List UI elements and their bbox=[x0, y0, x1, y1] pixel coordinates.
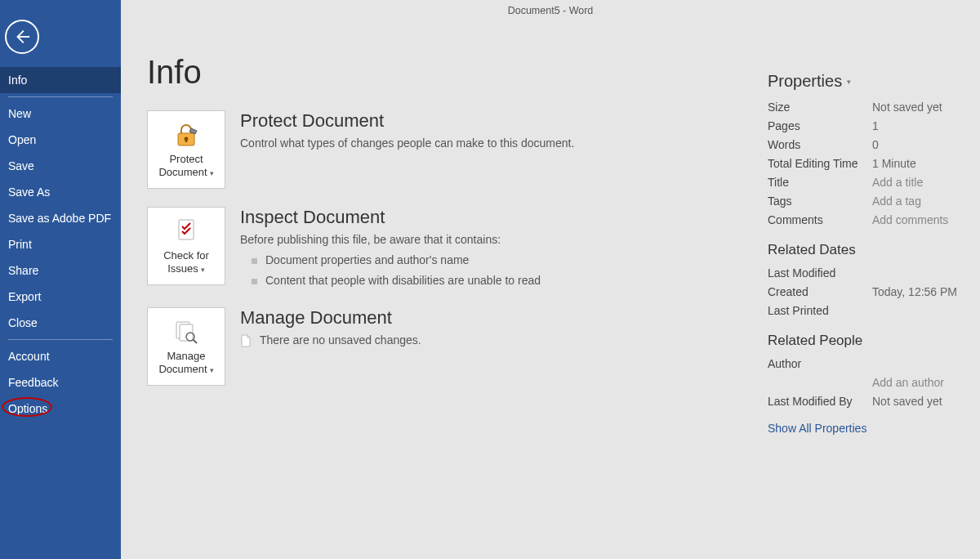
section-protect: Protect Document▾ Protect Document Contr… bbox=[147, 110, 719, 189]
nav-close[interactable]: Close bbox=[0, 310, 121, 336]
nav-separator bbox=[8, 339, 113, 340]
prop-created-label: Created bbox=[768, 285, 872, 298]
nav-print[interactable]: Print bbox=[0, 231, 121, 257]
related-people-heading: Related People bbox=[768, 333, 972, 349]
manage-tile-label: Manage Document▾ bbox=[151, 350, 221, 375]
lock-icon bbox=[172, 120, 201, 150]
nav-options[interactable]: Options bbox=[0, 396, 121, 422]
documents-magnify-icon bbox=[172, 317, 201, 347]
protect-document-button[interactable]: Protect Document▾ bbox=[147, 110, 225, 189]
manage-document-button[interactable]: Manage Document▾ bbox=[147, 307, 225, 386]
prop-pages-value: 1 bbox=[872, 119, 879, 132]
nav-save-as-adobe-pdf[interactable]: Save as Adobe PDF bbox=[0, 205, 121, 231]
manage-title: Manage Document bbox=[240, 307, 719, 329]
svg-line-7 bbox=[194, 340, 198, 344]
manage-desc: There are no unsaved changes. bbox=[240, 332, 719, 349]
prop-size-label: Size bbox=[768, 101, 872, 114]
svg-rect-2 bbox=[185, 139, 187, 142]
document-check-icon bbox=[172, 217, 201, 246]
prop-last-modified-by-value: Not saved yet bbox=[872, 395, 942, 408]
nav-save[interactable]: Save bbox=[0, 153, 121, 179]
nav-separator bbox=[8, 96, 113, 97]
page-title: Info bbox=[147, 54, 719, 91]
nav-list: Info New Open Save Save As Save as Adobe… bbox=[0, 67, 121, 422]
nav-export[interactable]: Export bbox=[0, 284, 121, 310]
prop-tags-label: Tags bbox=[768, 195, 872, 208]
nav-save-as[interactable]: Save As bbox=[0, 179, 121, 205]
app-root: Info New Open Save Save As Save as Adobe… bbox=[0, 0, 980, 559]
properties-panel: Properties▾ SizeNot saved yet Pages1 Wor… bbox=[768, 21, 972, 435]
prop-tags-value[interactable]: Add a tag bbox=[872, 195, 921, 208]
prop-title-label: Title bbox=[768, 176, 872, 189]
inspect-tile-label: Check for Issues▾ bbox=[151, 249, 221, 275]
back-button[interactable] bbox=[5, 20, 39, 54]
prop-size-value: Not saved yet bbox=[872, 101, 942, 114]
prop-author-label: Author bbox=[768, 357, 872, 370]
prop-title-value[interactable]: Add a title bbox=[872, 176, 923, 189]
window-title: Document5 - Word bbox=[147, 0, 954, 16]
add-author[interactable]: Add an author bbox=[872, 376, 944, 389]
prop-words-value: 0 bbox=[872, 138, 879, 151]
show-all-properties-link[interactable]: Show All Properties bbox=[768, 422, 866, 435]
nav-share[interactable]: Share bbox=[0, 257, 121, 284]
protect-title: Protect Document bbox=[240, 110, 719, 132]
section-manage: Manage Document▾ Manage Document There a… bbox=[147, 307, 719, 386]
inspect-desc: Before publishing this file, be aware th… bbox=[240, 233, 501, 246]
inspect-desc-wrap: Before publishing this file, be aware th… bbox=[240, 231, 719, 289]
nav-feedback[interactable]: Feedback bbox=[0, 369, 121, 396]
prop-comments-value[interactable]: Add comments bbox=[872, 213, 948, 226]
inspect-item-1: Content that people with disabilities ar… bbox=[240, 272, 719, 289]
backstage-sidebar: Info New Open Save Save As Save as Adobe… bbox=[0, 0, 121, 559]
check-for-issues-button[interactable]: Check for Issues▾ bbox=[147, 207, 225, 285]
protect-desc: Control what types of changes people can… bbox=[240, 135, 719, 152]
inspect-title: Inspect Document bbox=[240, 207, 719, 228]
related-dates-heading: Related Dates bbox=[768, 242, 972, 258]
section-inspect: Check for Issues▾ Inspect Document Befor… bbox=[147, 207, 719, 289]
page-icon bbox=[240, 334, 252, 347]
prop-last-modified-label: Last Modified bbox=[768, 266, 872, 280]
back-arrow-icon bbox=[13, 28, 31, 46]
prop-created-value: Today, 12:56 PM bbox=[872, 285, 957, 298]
svg-rect-3 bbox=[179, 220, 194, 239]
main-area: Document5 - Word Info Prote bbox=[121, 0, 980, 559]
prop-words-label: Words bbox=[768, 138, 872, 151]
prop-pages-label: Pages bbox=[768, 119, 872, 132]
prop-editing-time-label: Total Editing Time bbox=[768, 157, 872, 170]
inspect-item-0: Document properties and author's name bbox=[240, 252, 719, 269]
prop-last-modified-by-label: Last Modified By bbox=[768, 395, 872, 408]
info-left-column: Info Protect Document▾ bbox=[147, 21, 719, 435]
prop-editing-time-value: 1 Minute bbox=[872, 157, 916, 170]
nav-info[interactable]: Info bbox=[0, 67, 121, 93]
prop-comments-label: Comments bbox=[768, 213, 872, 226]
nav-new[interactable]: New bbox=[0, 101, 121, 127]
prop-last-printed-label: Last Printed bbox=[768, 304, 872, 317]
protect-tile-label: Protect Document▾ bbox=[151, 153, 221, 178]
nav-account[interactable]: Account bbox=[0, 343, 121, 369]
nav-open[interactable]: Open bbox=[0, 127, 121, 153]
spacer bbox=[768, 376, 872, 389]
properties-heading[interactable]: Properties▾ bbox=[768, 72, 851, 91]
